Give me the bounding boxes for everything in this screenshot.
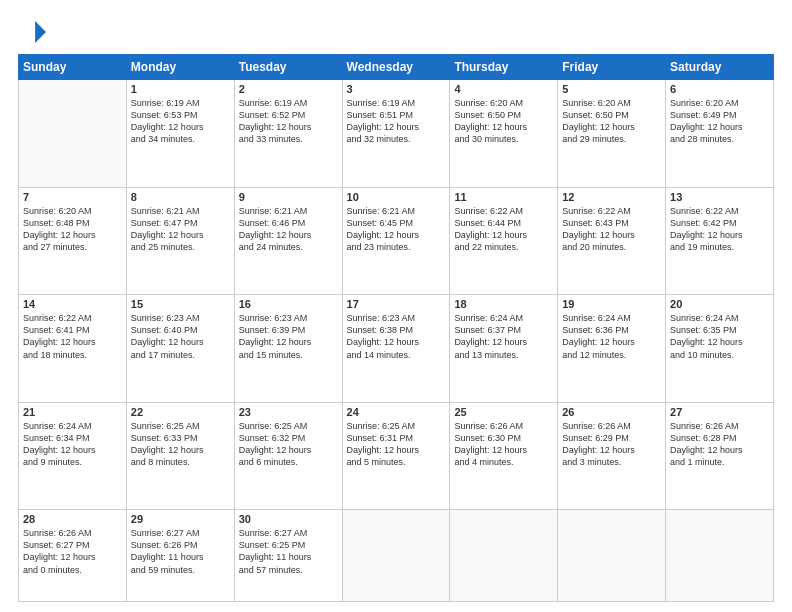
- cell-info: Sunrise: 6:26 AMSunset: 6:30 PMDaylight:…: [454, 420, 553, 469]
- day-number: 26: [562, 406, 661, 418]
- day-number: 30: [239, 513, 338, 525]
- calendar-cell: 4Sunrise: 6:20 AMSunset: 6:50 PMDaylight…: [450, 80, 558, 188]
- calendar-cell: 6Sunrise: 6:20 AMSunset: 6:49 PMDaylight…: [666, 80, 774, 188]
- calendar-cell: 2Sunrise: 6:19 AMSunset: 6:52 PMDaylight…: [234, 80, 342, 188]
- day-number: 23: [239, 406, 338, 418]
- day-number: 16: [239, 298, 338, 310]
- calendar-cell: 22Sunrise: 6:25 AMSunset: 6:33 PMDayligh…: [126, 402, 234, 510]
- page: SundayMondayTuesdayWednesdayThursdayFrid…: [0, 0, 792, 612]
- cell-info: Sunrise: 6:24 AMSunset: 6:37 PMDaylight:…: [454, 312, 553, 361]
- cell-info: Sunrise: 6:20 AMSunset: 6:48 PMDaylight:…: [23, 205, 122, 254]
- cell-info: Sunrise: 6:24 AMSunset: 6:35 PMDaylight:…: [670, 312, 769, 361]
- calendar-cell: 11Sunrise: 6:22 AMSunset: 6:44 PMDayligh…: [450, 187, 558, 295]
- day-number: 4: [454, 83, 553, 95]
- calendar-cell: 9Sunrise: 6:21 AMSunset: 6:46 PMDaylight…: [234, 187, 342, 295]
- svg-marker-1: [40, 21, 46, 27]
- calendar-cell: 8Sunrise: 6:21 AMSunset: 6:47 PMDaylight…: [126, 187, 234, 295]
- day-number: 22: [131, 406, 230, 418]
- calendar-cell: 13Sunrise: 6:22 AMSunset: 6:42 PMDayligh…: [666, 187, 774, 295]
- day-number: 14: [23, 298, 122, 310]
- day-number: 17: [347, 298, 446, 310]
- cell-info: Sunrise: 6:22 AMSunset: 6:44 PMDaylight:…: [454, 205, 553, 254]
- calendar-week-4: 21Sunrise: 6:24 AMSunset: 6:34 PMDayligh…: [19, 402, 774, 510]
- calendar-cell: [19, 80, 127, 188]
- calendar-cell: 29Sunrise: 6:27 AMSunset: 6:26 PMDayligh…: [126, 510, 234, 602]
- calendar-header-friday: Friday: [558, 55, 666, 80]
- cell-info: Sunrise: 6:25 AMSunset: 6:32 PMDaylight:…: [239, 420, 338, 469]
- calendar-cell: 23Sunrise: 6:25 AMSunset: 6:32 PMDayligh…: [234, 402, 342, 510]
- cell-info: Sunrise: 6:22 AMSunset: 6:43 PMDaylight:…: [562, 205, 661, 254]
- calendar-header-monday: Monday: [126, 55, 234, 80]
- day-number: 25: [454, 406, 553, 418]
- calendar-header-saturday: Saturday: [666, 55, 774, 80]
- calendar-cell: [666, 510, 774, 602]
- cell-info: Sunrise: 6:25 AMSunset: 6:31 PMDaylight:…: [347, 420, 446, 469]
- calendar-cell: 17Sunrise: 6:23 AMSunset: 6:38 PMDayligh…: [342, 295, 450, 403]
- header: [18, 18, 774, 46]
- calendar-header-tuesday: Tuesday: [234, 55, 342, 80]
- day-number: 1: [131, 83, 230, 95]
- day-number: 21: [23, 406, 122, 418]
- calendar-cell: 21Sunrise: 6:24 AMSunset: 6:34 PMDayligh…: [19, 402, 127, 510]
- calendar-cell: 19Sunrise: 6:24 AMSunset: 6:36 PMDayligh…: [558, 295, 666, 403]
- calendar-cell: 16Sunrise: 6:23 AMSunset: 6:39 PMDayligh…: [234, 295, 342, 403]
- cell-info: Sunrise: 6:19 AMSunset: 6:53 PMDaylight:…: [131, 97, 230, 146]
- day-number: 19: [562, 298, 661, 310]
- calendar-cell: 10Sunrise: 6:21 AMSunset: 6:45 PMDayligh…: [342, 187, 450, 295]
- day-number: 28: [23, 513, 122, 525]
- calendar-cell: 12Sunrise: 6:22 AMSunset: 6:43 PMDayligh…: [558, 187, 666, 295]
- cell-info: Sunrise: 6:23 AMSunset: 6:40 PMDaylight:…: [131, 312, 230, 361]
- cell-info: Sunrise: 6:21 AMSunset: 6:47 PMDaylight:…: [131, 205, 230, 254]
- day-number: 3: [347, 83, 446, 95]
- day-number: 18: [454, 298, 553, 310]
- cell-info: Sunrise: 6:19 AMSunset: 6:51 PMDaylight:…: [347, 97, 446, 146]
- calendar-cell: 27Sunrise: 6:26 AMSunset: 6:28 PMDayligh…: [666, 402, 774, 510]
- cell-info: Sunrise: 6:22 AMSunset: 6:42 PMDaylight:…: [670, 205, 769, 254]
- cell-info: Sunrise: 6:26 AMSunset: 6:27 PMDaylight:…: [23, 527, 122, 576]
- calendar-cell: [558, 510, 666, 602]
- calendar-header-wednesday: Wednesday: [342, 55, 450, 80]
- day-number: 2: [239, 83, 338, 95]
- calendar-cell: 18Sunrise: 6:24 AMSunset: 6:37 PMDayligh…: [450, 295, 558, 403]
- cell-info: Sunrise: 6:20 AMSunset: 6:50 PMDaylight:…: [454, 97, 553, 146]
- cell-info: Sunrise: 6:24 AMSunset: 6:34 PMDaylight:…: [23, 420, 122, 469]
- day-number: 11: [454, 191, 553, 203]
- calendar-cell: 20Sunrise: 6:24 AMSunset: 6:35 PMDayligh…: [666, 295, 774, 403]
- calendar-cell: 15Sunrise: 6:23 AMSunset: 6:40 PMDayligh…: [126, 295, 234, 403]
- cell-info: Sunrise: 6:23 AMSunset: 6:39 PMDaylight:…: [239, 312, 338, 361]
- calendar-cell: 24Sunrise: 6:25 AMSunset: 6:31 PMDayligh…: [342, 402, 450, 510]
- day-number: 12: [562, 191, 661, 203]
- day-number: 9: [239, 191, 338, 203]
- day-number: 27: [670, 406, 769, 418]
- day-number: 13: [670, 191, 769, 203]
- cell-info: Sunrise: 6:19 AMSunset: 6:52 PMDaylight:…: [239, 97, 338, 146]
- day-number: 5: [562, 83, 661, 95]
- day-number: 20: [670, 298, 769, 310]
- calendar-header-sunday: Sunday: [19, 55, 127, 80]
- cell-info: Sunrise: 6:20 AMSunset: 6:49 PMDaylight:…: [670, 97, 769, 146]
- calendar-cell: 1Sunrise: 6:19 AMSunset: 6:53 PMDaylight…: [126, 80, 234, 188]
- calendar-cell: 14Sunrise: 6:22 AMSunset: 6:41 PMDayligh…: [19, 295, 127, 403]
- day-number: 7: [23, 191, 122, 203]
- cell-info: Sunrise: 6:27 AMSunset: 6:26 PMDaylight:…: [131, 527, 230, 576]
- day-number: 24: [347, 406, 446, 418]
- calendar-cell: 3Sunrise: 6:19 AMSunset: 6:51 PMDaylight…: [342, 80, 450, 188]
- calendar-cell: 5Sunrise: 6:20 AMSunset: 6:50 PMDaylight…: [558, 80, 666, 188]
- day-number: 8: [131, 191, 230, 203]
- calendar-header-row: SundayMondayTuesdayWednesdayThursdayFrid…: [19, 55, 774, 80]
- day-number: 10: [347, 191, 446, 203]
- cell-info: Sunrise: 6:21 AMSunset: 6:46 PMDaylight:…: [239, 205, 338, 254]
- calendar-cell: 25Sunrise: 6:26 AMSunset: 6:30 PMDayligh…: [450, 402, 558, 510]
- cell-info: Sunrise: 6:23 AMSunset: 6:38 PMDaylight:…: [347, 312, 446, 361]
- calendar-cell: [450, 510, 558, 602]
- calendar-week-5: 28Sunrise: 6:26 AMSunset: 6:27 PMDayligh…: [19, 510, 774, 602]
- cell-info: Sunrise: 6:26 AMSunset: 6:28 PMDaylight:…: [670, 420, 769, 469]
- calendar-cell: [342, 510, 450, 602]
- cell-info: Sunrise: 6:25 AMSunset: 6:33 PMDaylight:…: [131, 420, 230, 469]
- day-number: 15: [131, 298, 230, 310]
- logo: [18, 18, 50, 46]
- cell-info: Sunrise: 6:27 AMSunset: 6:25 PMDaylight:…: [239, 527, 338, 576]
- logo-icon: [18, 18, 46, 46]
- calendar-week-1: 1Sunrise: 6:19 AMSunset: 6:53 PMDaylight…: [19, 80, 774, 188]
- cell-info: Sunrise: 6:20 AMSunset: 6:50 PMDaylight:…: [562, 97, 661, 146]
